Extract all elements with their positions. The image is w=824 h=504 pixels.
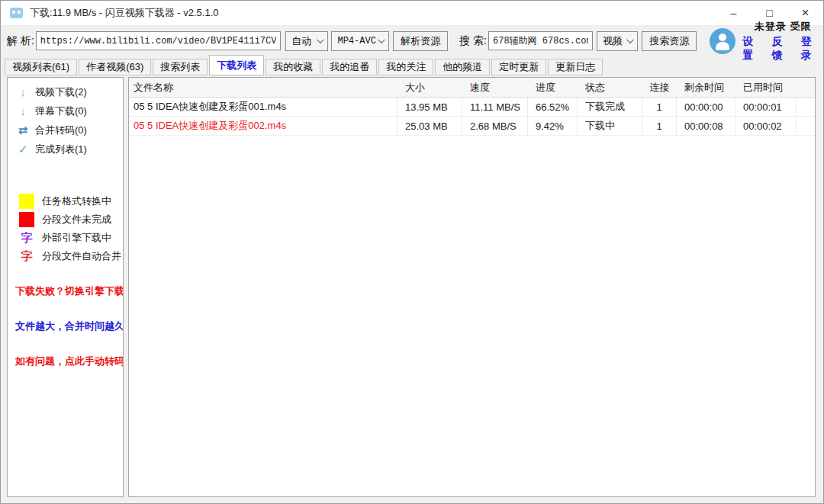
cell-4: 下载完成 (578, 98, 642, 116)
parse-label: 解 析: (7, 34, 34, 48)
search-input[interactable] (488, 31, 593, 50)
tab-bar: 视频列表(61)作者视频(63)搜索列表下载列表我的收藏我的追番我的关注他的频道… (5, 55, 603, 75)
search-type-select-value: 视频 (603, 34, 623, 48)
user-avatar-icon[interactable] (710, 28, 735, 54)
tab-9[interactable]: 更新日志 (548, 59, 603, 75)
legend-item-3: 字分段文件自动合并 (8, 247, 123, 265)
cell-filler (797, 117, 815, 135)
sidebar-nav: ↓视频下载(2)↓弹幕下载(0)⇄合并转码(0)✓完成列表(1) (8, 78, 123, 159)
column-header-3[interactable]: 进度 (528, 78, 578, 97)
cell-5: 1 (642, 98, 677, 116)
legend-item-0: 任务格式转换中 (8, 192, 123, 210)
app-icon (10, 8, 23, 18)
cell-6: 00:00:00 (677, 98, 735, 116)
table-body: 05 5 IDEA快速创建及彩蛋001.m4s13.95 MB11.11 MB/… (129, 98, 815, 136)
quality-select[interactable]: 自动 (285, 31, 328, 51)
status-legend: 任务格式转换中分段文件未完成字外部引擎下载中字分段文件自动合并 (8, 192, 123, 265)
toolbar: 解 析: 自动 MP4-AVC 解析资源 搜 索: 视频 搜索资源 未登录 受限… (1, 27, 823, 55)
account-area: 未登录 受限 设置反馈登录 (742, 20, 823, 63)
parse-resource-button[interactable]: 解析资源 (393, 31, 448, 51)
format-select[interactable]: MP4-AVC (331, 31, 389, 51)
cell-2: 11.11 MB/S (462, 98, 528, 116)
quality-select-value: 自动 (291, 34, 311, 48)
color-swatch-icon (19, 212, 34, 227)
sidebar-item-2[interactable]: ⇄合并转码(0) (8, 120, 123, 140)
search-label: 搜 索: (459, 34, 487, 48)
cell-7: 00:00:01 (735, 98, 797, 116)
color-swatch-icon (19, 194, 34, 209)
account-links: 设置反馈登录 (742, 35, 823, 63)
download-table: 文件名称大小速度进度状态连接剩余时间已用时间 05 5 IDEA快速创建及彩蛋0… (128, 77, 816, 497)
tab-6[interactable]: 我的关注 (378, 59, 433, 75)
sidebar-item-1[interactable]: ↓弹幕下载(0) (8, 101, 123, 120)
column-header-0[interactable]: 文件名称 (129, 78, 398, 97)
legend-item-1: 分段文件未完成 (8, 210, 123, 229)
text-glyph-icon: 字 (19, 231, 34, 246)
cell-3: 66.52% (528, 98, 578, 116)
login-status: 未登录 受限 (755, 20, 812, 34)
cell-7: 00:00:02 (735, 117, 797, 135)
tab-5[interactable]: 我的追番 (322, 59, 377, 75)
tab-1[interactable]: 作者视频(63) (79, 59, 151, 75)
tab-7[interactable]: 他的频道 (435, 59, 490, 75)
cell-0: 05 5 IDEA快速创建及彩蛋001.m4s (129, 98, 398, 116)
tab-3[interactable]: 下载列表 (209, 55, 264, 75)
sidebar-note-2[interactable]: 如有问题，点此手动转码 (15, 355, 123, 368)
column-header-2[interactable]: 速度 (462, 78, 528, 97)
sidebar-item-label: 合并转码(0) (35, 124, 87, 137)
legend-label: 外部引擎下载中 (42, 231, 111, 245)
account-link-1[interactable]: 反馈 (771, 35, 793, 63)
cell-0: 05 5 IDEA快速创建及彩蛋002.m4s (129, 117, 398, 135)
tab-2[interactable]: 搜索列表 (153, 59, 208, 75)
check-icon: ✓ (18, 143, 28, 156)
cell-1: 13.95 MB (398, 98, 462, 116)
sidebar: ↓视频下载(2)↓弹幕下载(0)⇄合并转码(0)✓完成列表(1) 任务格式转换中… (7, 77, 124, 497)
chevron-down-icon (626, 36, 634, 43)
column-header-4[interactable]: 状态 (578, 78, 642, 97)
sidebar-item-3[interactable]: ✓完成列表(1) (8, 140, 123, 159)
sidebar-item-label: 弹幕下载(0) (35, 104, 87, 118)
table-header: 文件名称大小速度进度状态连接剩余时间已用时间 (129, 78, 815, 98)
sidebar-notes: 下载失败？切换引擎下载文件越大，合并时间越久如有问题，点此手动转码 (8, 284, 123, 368)
sidebar-item-label: 完成列表(1) (35, 143, 87, 156)
tab-8[interactable]: 定时更新 (491, 59, 546, 75)
search-resource-button[interactable]: 搜索资源 (642, 31, 697, 51)
cell-filler (797, 98, 815, 116)
column-header-5[interactable]: 连接 (642, 78, 677, 97)
app-window: 下载:11.9 MB/s - 闪豆视频下载器 - v2.5.1.0 – □ × … (0, 0, 824, 504)
download-icon: ↓ (18, 104, 28, 117)
legend-label: 分段文件未完成 (42, 213, 111, 226)
sidebar-item-label: 视频下载(2) (35, 85, 87, 99)
tab-0[interactable]: 视频列表(61) (5, 59, 77, 75)
title-bar: 下载:11.9 MB/s - 闪豆视频下载器 - v2.5.1.0 – □ × (1, 1, 823, 26)
chevron-down-icon (317, 36, 324, 43)
cell-1: 25.03 MB (398, 117, 462, 135)
tab-4[interactable]: 我的收藏 (266, 59, 320, 75)
text-glyph-icon: 字 (19, 249, 34, 264)
sidebar-item-0[interactable]: ↓视频下载(2) (8, 82, 123, 101)
column-header-6[interactable]: 剩余时间 (677, 78, 735, 97)
column-header-1[interactable]: 大小 (398, 78, 462, 97)
cell-2: 2.68 MB/S (462, 117, 528, 135)
account-link-2[interactable]: 登录 (801, 35, 823, 63)
sidebar-note-1[interactable]: 文件越大，合并时间越久 (15, 319, 123, 333)
window-title: 下载:11.9 MB/s - 闪豆视频下载器 - v2.5.1.0 (30, 6, 219, 20)
cell-4: 下载中 (578, 117, 642, 135)
cell-6: 00:00:08 (677, 117, 735, 135)
format-select-value: MP4-AVC (337, 36, 375, 47)
cell-3: 9.42% (528, 117, 578, 135)
cell-5: 1 (642, 117, 677, 135)
table-row[interactable]: 05 5 IDEA快速创建及彩蛋001.m4s13.95 MB11.11 MB/… (129, 98, 815, 117)
column-header-7[interactable]: 已用时间 (735, 78, 797, 97)
download-icon: ↓ (18, 85, 28, 98)
legend-label: 分段文件自动合并 (42, 249, 121, 263)
sidebar-note-0[interactable]: 下载失败？切换引擎下载 (15, 284, 123, 298)
transcode-icon: ⇄ (18, 124, 28, 137)
legend-item-2: 字外部引擎下载中 (8, 229, 123, 247)
table-row[interactable]: 05 5 IDEA快速创建及彩蛋002.m4s25.03 MB2.68 MB/S… (129, 117, 815, 136)
search-type-select[interactable]: 视频 (597, 31, 638, 51)
parse-url-input[interactable] (36, 31, 282, 50)
chevron-down-icon (378, 36, 385, 43)
account-link-0[interactable]: 设置 (742, 35, 764, 63)
legend-label: 任务格式转换中 (42, 194, 111, 208)
